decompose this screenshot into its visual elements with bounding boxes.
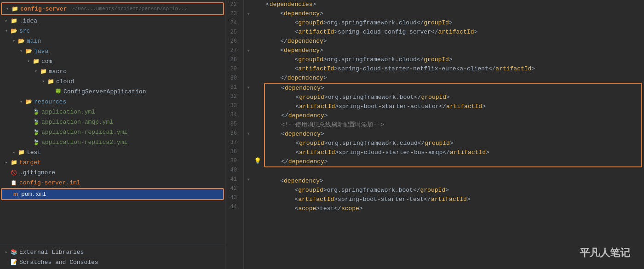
tag: dependencies xyxy=(270,0,313,9)
arrow-icon xyxy=(5,6,10,11)
item-label: com xyxy=(41,58,52,65)
yaml-icon xyxy=(32,128,40,136)
tree-item-cloud[interactable]: cloud xyxy=(0,76,225,86)
item-label: src xyxy=(19,28,30,34)
root-item[interactable]: config-server ~/Doc...uments/project/per… xyxy=(1,2,224,15)
bg-40 xyxy=(253,166,262,175)
line-num-29: 29 xyxy=(225,64,240,74)
tree-item-gitignore[interactable]: .gitignore xyxy=(0,167,225,177)
bg-41 xyxy=(253,175,262,184)
gutter-fold-36[interactable]: ▾ xyxy=(244,129,253,138)
lib-icon xyxy=(10,248,17,256)
code-line-27: <dependency> xyxy=(266,46,640,55)
arrow-icon xyxy=(18,99,24,104)
tree-item-app-yml[interactable]: application.yml xyxy=(0,107,225,117)
code-line-39: </dependency> xyxy=(267,157,639,166)
folder-icon xyxy=(47,78,54,85)
tree-item-ext-libs[interactable]: External Libraries xyxy=(0,247,225,257)
line-num-25: 25 xyxy=(225,28,240,37)
code-line-41: <dependency> xyxy=(266,177,640,186)
tree-item-src[interactable]: src xyxy=(0,26,225,36)
tree-item-pom[interactable]: pom.xml xyxy=(2,189,223,199)
tree-item-replica1-yml[interactable]: application-replica1.yml xyxy=(0,127,225,137)
gutter-22 xyxy=(244,0,253,9)
code-line-32: <groupId>org.springframework.boot</group… xyxy=(267,93,639,102)
tree-item-com[interactable]: com xyxy=(0,56,225,66)
bg-22 xyxy=(253,0,262,9)
gutter-25 xyxy=(244,28,253,37)
tree-item-amqp-yml[interactable]: application-amqp.yml xyxy=(0,117,225,127)
arrow-icon xyxy=(33,69,39,74)
folder-icon xyxy=(32,57,40,65)
item-label: java xyxy=(34,48,48,55)
tree-item-macro[interactable]: macro xyxy=(0,66,225,76)
item-label: application-replica2.yml xyxy=(41,139,127,146)
folder-icon xyxy=(10,159,17,166)
folder-icon xyxy=(25,47,32,55)
gutter-44 xyxy=(244,202,253,212)
arrow-icon xyxy=(11,149,17,155)
code-line-36: <dependency> xyxy=(267,130,639,139)
folder-icon xyxy=(17,37,25,45)
arrow-icon xyxy=(26,58,31,64)
yaml-icon xyxy=(32,118,40,126)
code-line-30: </dependency> xyxy=(266,74,640,83)
gutter-35 xyxy=(244,120,253,129)
bg-37 xyxy=(253,138,262,147)
bg-26 xyxy=(253,37,262,46)
code-line-35: <!--使用消息总线刷新配置时添加--> xyxy=(267,120,639,130)
item-label: cloud xyxy=(56,78,74,85)
line-num-32: 32 xyxy=(225,92,240,101)
bg-36 xyxy=(253,129,262,138)
folder-icon xyxy=(10,27,17,34)
gutter-fold-27[interactable]: ▾ xyxy=(244,46,253,55)
item-label: application-replica1.yml xyxy=(41,129,127,136)
line-num-38: 38 xyxy=(225,147,240,156)
gutter-33 xyxy=(244,101,253,110)
tree-item-test[interactable]: test xyxy=(0,147,225,157)
line-num-42: 42 xyxy=(225,184,240,193)
code-line-40 xyxy=(266,167,640,177)
arrow-icon xyxy=(18,48,24,54)
bg-30 xyxy=(253,74,262,83)
bulb-39[interactable]: 💡 xyxy=(253,156,262,166)
gutter-26 xyxy=(244,37,253,46)
tree-item-iml[interactable]: config-server.iml xyxy=(0,177,225,188)
gutter-fold-41[interactable]: ▾ xyxy=(244,175,253,184)
gutter-fold-23[interactable]: ▾ xyxy=(244,9,253,18)
code-line-38: <artifactId>spring-cloud-starter-bus-amq… xyxy=(267,148,639,157)
ext-libs-label: External Libraries xyxy=(19,249,84,256)
tree-item-idea[interactable]: .idea xyxy=(0,16,225,26)
pom-selected-item[interactable]: pom.xml xyxy=(1,188,224,200)
tree-item-scratches[interactable]: Scratches and Consoles xyxy=(0,257,225,267)
gutter-38 xyxy=(244,147,253,156)
bg-42 xyxy=(253,184,262,193)
bg-32 xyxy=(253,92,262,101)
tree-item-replica2-yml[interactable]: application-replica2.yml xyxy=(0,137,225,147)
tree-item-root[interactable]: config-server ~/Doc...uments/project/per… xyxy=(3,4,222,14)
code-content[interactable]: <dependencies> <dependency> <groupId>org… xyxy=(262,0,644,269)
code-line-24: <groupId>org.springframework.cloud</grou… xyxy=(266,18,640,28)
tree-item-config-app[interactable]: ConfigServerApplication xyxy=(0,86,225,97)
gutter-34 xyxy=(244,110,253,120)
item-label: .idea xyxy=(19,17,37,24)
bracket: > xyxy=(312,0,316,9)
tree-content[interactable]: config-server ~/Doc...uments/project/per… xyxy=(0,0,225,245)
code-line-34: </dependency> xyxy=(267,111,639,120)
tree-footer: External Libraries Scratches and Console… xyxy=(0,245,225,269)
tree-item-java[interactable]: java xyxy=(0,46,225,56)
line-num-34: 34 xyxy=(225,110,240,120)
gitignore-icon xyxy=(10,169,17,176)
tree-item-target[interactable]: target xyxy=(0,157,225,167)
line-num-22: 22 xyxy=(225,0,240,9)
code-line-33: <artifactId>spring-boot-starter-actuator… xyxy=(267,102,639,111)
gutter-29 xyxy=(244,64,253,74)
tree-item-resources[interactable]: resources xyxy=(0,97,225,107)
bg-24 xyxy=(253,18,262,28)
item-label: pom.xml xyxy=(21,191,46,198)
root-path: ~/Doc...uments/project/person/sprin... xyxy=(69,6,187,11)
gutter-fold-31[interactable]: ▾ xyxy=(244,83,253,92)
tree-item-main[interactable]: main xyxy=(0,36,225,46)
bg-33 xyxy=(253,101,262,110)
line-num-28: 28 xyxy=(225,55,240,64)
